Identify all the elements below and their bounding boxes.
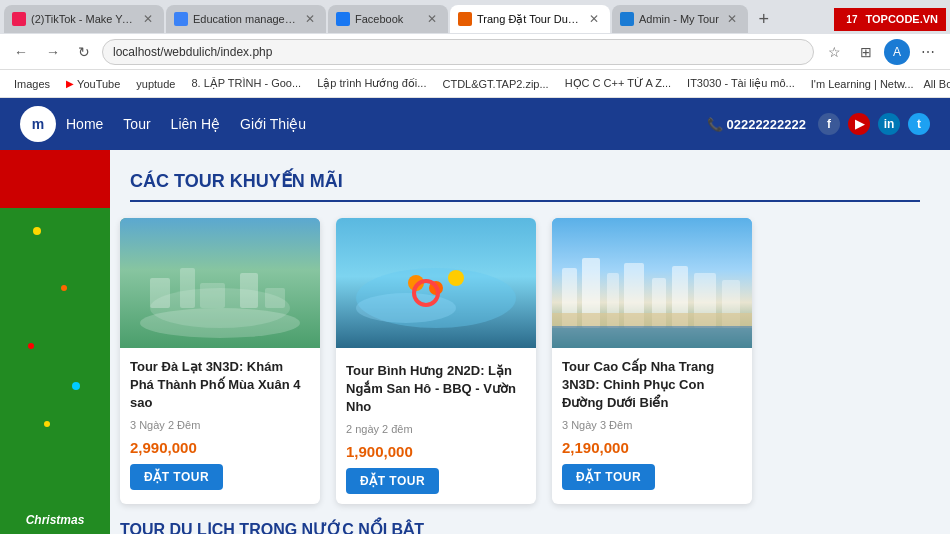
back-button[interactable]: ← (8, 40, 34, 64)
svg-point-12 (448, 270, 464, 286)
topcode-label: TOPCODE.VN (865, 13, 938, 25)
browser-frame: (2)TikTok - Make Your Day ✕ Education ma… (0, 0, 950, 98)
svg-point-10 (356, 293, 456, 323)
tab-title-tiktok: (2)TikTok - Make Your Day (31, 13, 135, 25)
youtube-social-icon[interactable]: ▶ (848, 113, 870, 135)
tab-tour-active[interactable]: Trang Đặt Tour Du Lịch Việt N... ✕ (450, 5, 610, 33)
bookmarks-bar: Images ▶ YouTube yuptude 8. LẬP TRÌNH - … (0, 70, 950, 98)
tour-title-nhatrang: Tour Cao Cấp Nha Trang 3N3D: Chinh Phục … (562, 358, 742, 413)
tour-grid: Tour Đà Lạt 3N3D: Khám Phá Thành Phố Mùa… (120, 218, 920, 504)
tab-favicon-facebook (336, 12, 350, 26)
nav-contact[interactable]: Liên Hệ (171, 116, 220, 132)
tab-tiktok[interactable]: (2)TikTok - Make Your Day ✕ (4, 5, 164, 33)
tab-bar: (2)TikTok - Make Your Day ✕ Education ma… (0, 0, 950, 34)
dat-tour-button-binhung[interactable]: ĐẶT TOUR (346, 468, 439, 494)
new-tab-button[interactable]: + (750, 5, 778, 33)
tab-admin[interactable]: Admin - My Tour ✕ (612, 5, 748, 33)
site-header-right: 📞 02222222222 f ▶ in t (707, 113, 930, 135)
bookmark-hoc-c-label: HỌC C C++ TỪ A Z... (565, 77, 671, 90)
section2-title: TOUR DU LỊCH TRONG NƯỚC NỔI BẬT (120, 520, 920, 534)
bookmark-it3030-label: IT3030 - Tài liệu mô... (687, 77, 795, 90)
address-bar[interactable] (102, 39, 814, 65)
bookmark-huongdoi[interactable]: Lập trình Hướng đối... (311, 75, 432, 92)
site-header: m Home Tour Liên Hệ Giới Thiệu 📞 0222222… (0, 98, 950, 150)
dat-tour-button-dalat[interactable]: ĐẶT TOUR (130, 464, 223, 490)
bookmark-icon[interactable]: ☆ (820, 38, 848, 66)
tour-img-nhatrang (552, 218, 752, 348)
dat-tour-button-nhatrang[interactable]: ĐẶT TOUR (562, 464, 655, 490)
tour-card-binhung: Tour Bình Hưng 2N2D: Lặn Ngắm San Hô - B… (336, 218, 536, 504)
site-logo: m (20, 106, 56, 142)
bookmark-hoc-c[interactable]: HỌC C C++ TỪ A Z... (559, 75, 677, 92)
tab-favicon-education (174, 12, 188, 26)
nav-tour[interactable]: Tour (123, 116, 150, 132)
tour-price-binhung: 1,900,000 (346, 443, 526, 460)
bookmark-youtube[interactable]: ▶ YouTube (60, 76, 126, 92)
bookmark-images-label: Images (14, 78, 50, 90)
tab-close-education[interactable]: ✕ (302, 11, 318, 27)
tour-img-binhung (336, 218, 536, 352)
tab-favicon-tour (458, 12, 472, 26)
bookmark-youtube-label: YouTube (77, 78, 120, 90)
bookmark-yuptude-label: yuptude (136, 78, 175, 90)
svg-rect-5 (240, 273, 258, 308)
navigation-bar: ← → ↻ ☆ ⊞ A ⋯ (0, 34, 950, 70)
bookmark-images[interactable]: Images (8, 76, 56, 92)
nav-home[interactable]: Home (66, 116, 103, 132)
svg-rect-3 (180, 268, 195, 308)
section1-title: CÁC TOUR KHUYẾN MÃI (130, 170, 920, 202)
svg-rect-2 (150, 278, 170, 308)
christmas-label: Christmas (10, 513, 100, 527)
bookmark-ctdl-label: CTDL&GT.TAP2.zip... (442, 78, 548, 90)
tab-education[interactable]: Education management ✕ (166, 5, 326, 33)
bookmark-huongdoi-label: Lập trình Hướng đối... (317, 77, 426, 90)
topcode-badge: 17 (842, 12, 861, 27)
bookmark-it3030[interactable]: IT3030 - Tài liệu mô... (681, 75, 801, 92)
twitter-social-icon[interactable]: t (908, 113, 930, 135)
tour-img-dalat (120, 218, 320, 348)
christmas-decoration: Christmas (0, 150, 110, 534)
tour-card-nhatrang: Tour Cao Cấp Nha Trang 3N3D: Chinh Phục … (552, 218, 752, 504)
section1-header: CÁC TOUR KHUYẾN MÃI (130, 170, 920, 202)
youtube-icon: ▶ (66, 78, 74, 89)
topcode-logo: 17 TOPCODE.VN (834, 8, 946, 31)
tab-title-education: Education management (193, 13, 297, 25)
tab-favicon-admin (620, 12, 634, 26)
tab-title-facebook: Facebook (355, 13, 419, 25)
forward-button[interactable]: → (40, 40, 66, 64)
tab-close-facebook[interactable]: ✕ (424, 11, 440, 27)
tab-close-admin[interactable]: ✕ (724, 11, 740, 27)
tour-price-nhatrang: 2,190,000 (562, 439, 742, 456)
tour-duration-nhatrang: 3 Ngày 3 Đêm (562, 419, 742, 431)
main-content: Christmas CÁC TOUR KHUYẾN MÃI (0, 150, 950, 534)
tour-card-body-nhatrang: Tour Cao Cấp Nha Trang 3N3D: Chinh Phục … (552, 348, 752, 500)
bookmark-yuptude[interactable]: yuptude (130, 76, 181, 92)
tab-close-tiktok[interactable]: ✕ (140, 11, 156, 27)
tab-facebook[interactable]: Facebook ✕ (328, 5, 448, 33)
facebook-social-icon[interactable]: f (818, 113, 840, 135)
svg-rect-25 (552, 326, 752, 348)
more-options-icon[interactable]: ⋯ (914, 38, 942, 66)
reload-button[interactable]: ↻ (72, 40, 96, 64)
all-bookmarks-link[interactable]: All Bookmarks (924, 78, 950, 90)
extension-icon[interactable]: ⊞ (852, 38, 880, 66)
linkedin-social-icon[interactable]: in (878, 113, 900, 135)
profile-icon[interactable]: A (884, 39, 910, 65)
tab-close-tour[interactable]: ✕ (586, 11, 602, 27)
bookmark-learning[interactable]: I'm Learning | Netw... (805, 76, 920, 92)
bookmark-ctdl[interactable]: CTDL&GT.TAP2.zip... (436, 76, 554, 92)
bookmark-laptrinh[interactable]: 8. LẬP TRÌNH - Goo... (185, 75, 307, 92)
svg-rect-4 (200, 283, 225, 308)
tab-title-admin: Admin - My Tour (639, 13, 719, 25)
tab-title-tour: Trang Đặt Tour Du Lịch Việt N... (477, 13, 581, 26)
tour-duration-dalat: 3 Ngày 2 Đêm (130, 419, 310, 431)
svg-rect-24 (552, 313, 752, 328)
tour-title-binhung: Tour Bình Hưng 2N2D: Lặn Ngắm San Hô - B… (346, 362, 526, 417)
tour-img-dalat-svg (120, 218, 320, 348)
tab-favicon-tiktok (12, 12, 26, 26)
nav-about[interactable]: Giới Thiệu (240, 116, 306, 132)
bookmark-laptrinh-label: 8. LẬP TRÌNH - Goo... (191, 77, 301, 90)
social-icons: f ▶ in t (818, 113, 930, 135)
christmas-tree: Christmas (0, 150, 110, 534)
bookmark-learning-label: I'm Learning | Netw... (811, 78, 914, 90)
